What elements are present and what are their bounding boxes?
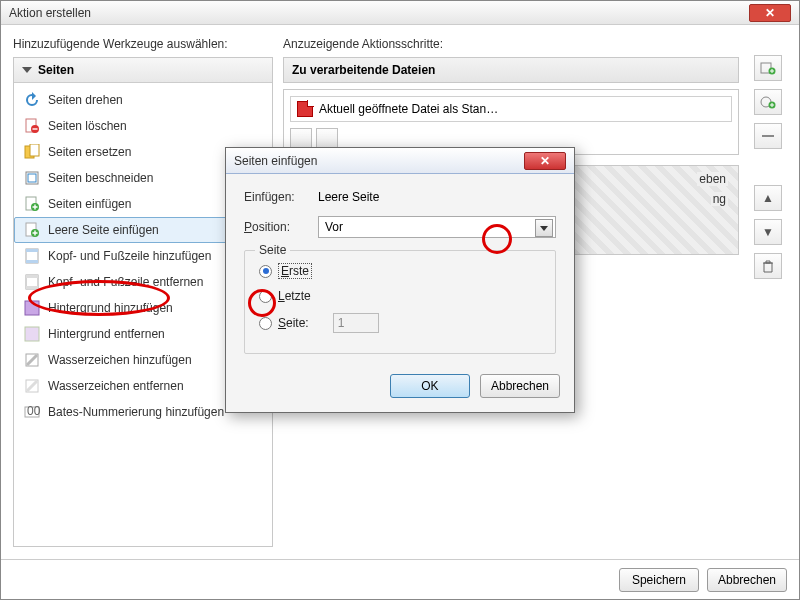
- save-button[interactable]: Speichern: [619, 568, 699, 592]
- fragment-text: ng: [711, 192, 728, 206]
- svg-rect-2: [33, 128, 38, 129]
- insert-label: Einfügen:: [244, 190, 308, 204]
- add-step-button[interactable]: [754, 55, 782, 81]
- tools-panel-title: Seiten: [38, 63, 74, 77]
- watermark-add-icon: [24, 352, 40, 368]
- move-down-button[interactable]: ▼: [754, 219, 782, 245]
- ok-button[interactable]: OK: [390, 374, 470, 398]
- dialog-cancel-button[interactable]: Abbrechen: [480, 374, 560, 398]
- rotate-icon: [24, 92, 40, 108]
- position-value: Vor: [325, 220, 343, 234]
- pdf-icon: [297, 101, 313, 117]
- background-remove-icon: [24, 326, 40, 342]
- radio-last-rest: etzte: [285, 289, 311, 303]
- add-file-button[interactable]: [290, 128, 312, 148]
- dialog-close-button[interactable]: ✕: [524, 152, 566, 170]
- position-label: Position:: [244, 220, 308, 234]
- window-title: Aktion erstellen: [9, 6, 749, 20]
- insert-icon: [24, 196, 40, 212]
- tools-panel-header[interactable]: Seiten: [14, 58, 272, 83]
- add-prompt-button[interactable]: [754, 89, 782, 115]
- dialog-titlebar: Seiten einfügen ✕: [226, 148, 574, 174]
- header-footer-add-icon: [24, 248, 40, 264]
- insert-blank-icon: [24, 222, 40, 238]
- radio-first-rest: rste: [289, 264, 309, 278]
- file-box: Aktuell geöffnete Datei als Stan…: [283, 89, 739, 155]
- insert-value: Leere Seite: [318, 190, 379, 204]
- svg-rect-13: [26, 260, 38, 263]
- close-button[interactable]: ✕: [749, 4, 791, 22]
- left-label: Hinzuzufügende Werkzeuge auswählen:: [13, 37, 273, 51]
- delete-step-button[interactable]: [754, 253, 782, 279]
- move-up-button[interactable]: ▲: [754, 185, 782, 211]
- position-combobox[interactable]: Vor: [318, 216, 556, 238]
- delete-icon: [24, 118, 40, 134]
- header-footer-remove-icon: [24, 274, 40, 290]
- svg-text:0012: 0012: [27, 404, 40, 418]
- svg-rect-27: [762, 135, 774, 137]
- background-add-icon: [24, 300, 40, 316]
- radio-icon: [259, 290, 272, 303]
- add-folder-button[interactable]: [316, 128, 338, 148]
- footer: Speichern Abbrechen: [1, 559, 799, 599]
- page-group: Seite Erste Letzte Seite: 1: [244, 250, 556, 354]
- svg-rect-12: [26, 249, 38, 252]
- side-toolbar: ▲ ▼: [749, 37, 787, 547]
- mini-toolbar: [290, 128, 732, 148]
- replace-icon: [24, 144, 40, 160]
- insert-pages-dialog: Seiten einfügen ✕ Einfügen: Leere Seite …: [225, 147, 575, 413]
- radio-icon: [259, 265, 272, 278]
- right-label: Anzuzeigende Aktionsschritte:: [283, 37, 739, 51]
- watermark-remove-icon: [24, 378, 40, 394]
- titlebar: Aktion erstellen ✕: [1, 1, 799, 25]
- svg-rect-16: [26, 286, 38, 289]
- file-row-label: Aktuell geöffnete Datei als Stan…: [319, 102, 498, 116]
- file-row[interactable]: Aktuell geöffnete Datei als Stan…: [290, 96, 732, 122]
- svg-rect-4: [30, 144, 39, 156]
- tool-item[interactable]: Seiten drehen: [14, 87, 272, 113]
- fragment-text: eben: [697, 172, 728, 186]
- radio-icon: [259, 317, 272, 330]
- divider-button[interactable]: [754, 123, 782, 149]
- radio-page[interactable]: Seite: 1: [259, 313, 541, 333]
- group-title: Seite: [255, 243, 290, 257]
- svg-rect-15: [26, 275, 38, 278]
- dialog-title: Seiten einfügen: [234, 154, 524, 168]
- steps-header: Zu verarbeitende Dateien: [283, 57, 739, 83]
- svg-rect-6: [28, 174, 36, 182]
- radio-page-rest: eite:: [286, 316, 309, 330]
- radio-last[interactable]: Letzte: [259, 289, 541, 303]
- chevron-down-icon: [22, 67, 32, 73]
- bates-icon: 0012: [24, 404, 40, 420]
- tool-item[interactable]: Seiten löschen: [14, 113, 272, 139]
- radio-first[interactable]: Erste: [259, 263, 541, 279]
- cancel-button[interactable]: Abbrechen: [707, 568, 787, 592]
- crop-icon: [24, 170, 40, 186]
- svg-rect-17: [25, 301, 39, 315]
- page-number-input: 1: [333, 313, 379, 333]
- svg-rect-18: [25, 327, 39, 341]
- chevron-down-icon[interactable]: [535, 219, 553, 237]
